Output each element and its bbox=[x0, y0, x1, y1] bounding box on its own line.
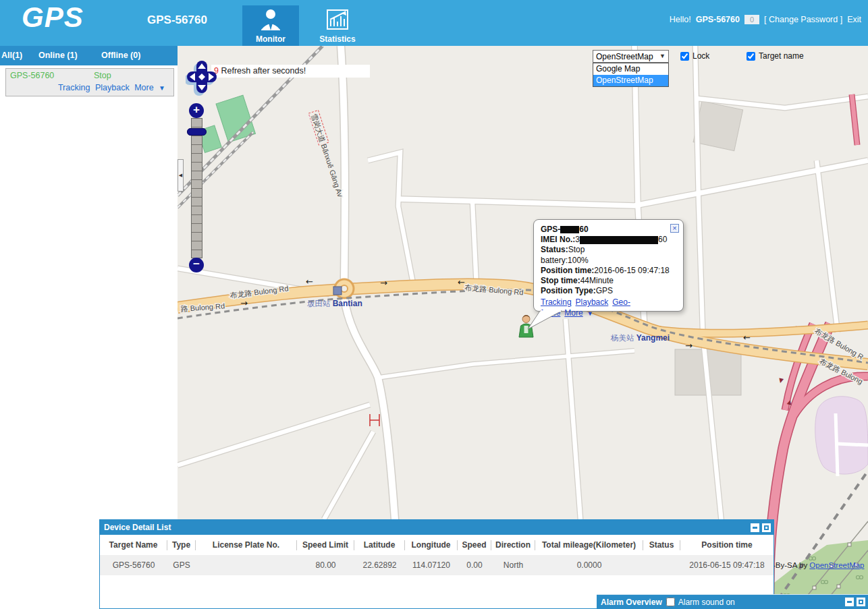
svg-text:雪岗大道 Bǎnxuě Gāng Av: 雪岗大道 Bǎnxuě Gāng Av bbox=[310, 113, 345, 198]
svg-text:←: ← bbox=[458, 277, 465, 287]
pan-control[interactable] bbox=[186, 61, 218, 98]
app-logo: GPS bbox=[22, 1, 84, 34]
tab-statistics-label: Statistics bbox=[309, 34, 366, 44]
device-info-popup: × GPS-60 IMEI No.:360 Status:Stop batter… bbox=[533, 219, 684, 312]
exit-link[interactable]: Exit bbox=[847, 15, 861, 24]
position-type-value: GPS bbox=[596, 286, 613, 295]
header-user-area: Hello! GPS-56760 0 [ Change Password ] E… bbox=[670, 15, 861, 24]
alarm-title: Alarm Overview bbox=[601, 598, 662, 607]
zoom-slider-track[interactable] bbox=[191, 118, 202, 258]
position-time-label: Position time: bbox=[541, 266, 594, 275]
tab-all-devices[interactable]: All(1) bbox=[1, 51, 22, 60]
svg-text:→: → bbox=[380, 278, 387, 288]
gps-tracking-app: GPS GPS-56760 Monitor Statistics Hello! … bbox=[0, 0, 868, 609]
position-time-value: 2016-06-15 09:47:18 bbox=[594, 266, 669, 275]
alarm-sound-checkbox[interactable] bbox=[666, 598, 675, 606]
status-label: Status: bbox=[541, 245, 568, 254]
redaction-box bbox=[560, 226, 579, 233]
redaction-box bbox=[580, 236, 658, 244]
popup-tail bbox=[518, 310, 566, 330]
restore-icon[interactable] bbox=[857, 598, 865, 606]
openstreetmap-link[interactable]: OpenStreetMap bbox=[809, 561, 864, 569]
alarm-overview-bar: Alarm Overview Alarm sound on bbox=[597, 594, 868, 609]
tab-monitor[interactable]: Monitor bbox=[242, 5, 299, 46]
device-name[interactable]: GPS-56760 bbox=[10, 71, 54, 80]
zoom-in-button[interactable]: + bbox=[189, 103, 204, 118]
yangmei-station-label: 杨美站 Yangmei bbox=[610, 333, 670, 343]
hello-label: Hello! bbox=[670, 15, 691, 24]
bridge-symbol bbox=[370, 414, 379, 426]
page-title: GPS-56760 bbox=[147, 13, 207, 27]
target-name-checkbox-row: Target name bbox=[747, 51, 804, 61]
popup-more-link[interactable]: More bbox=[564, 308, 582, 318]
map-layer-select[interactable]: OpenStreetMap ▼ bbox=[593, 50, 669, 63]
popup-tracking-link[interactable]: Tracking bbox=[541, 297, 572, 307]
minimize-icon[interactable] bbox=[845, 598, 854, 606]
bantian-station-label: 坂田站 Bantian bbox=[307, 299, 362, 308]
alarm-sound-label: Alarm sound on bbox=[678, 598, 735, 607]
map-attribution: -By-SA by OpenStreetMap bbox=[773, 561, 865, 569]
target-name-checkbox[interactable] bbox=[747, 52, 755, 61]
position-type-label: Position Type: bbox=[541, 286, 596, 295]
username: GPS-56760 bbox=[696, 15, 740, 24]
message-count-badge[interactable]: 0 bbox=[744, 15, 759, 24]
option-google-map[interactable]: Google Map bbox=[593, 63, 668, 75]
lock-checkbox[interactable] bbox=[680, 52, 689, 61]
popup-playback-link[interactable]: Playback bbox=[576, 297, 609, 307]
device-status: Stop bbox=[94, 71, 111, 80]
svg-text:←: ← bbox=[743, 332, 751, 343]
device-detail-header: Device Detail List bbox=[100, 520, 774, 535]
svg-text:→: → bbox=[685, 341, 693, 351]
sidebar-collapse-arrow-icon[interactable]: ◀ bbox=[178, 159, 184, 192]
option-openstreetmap[interactable]: OpenStreetMap bbox=[593, 75, 668, 86]
stop-time-value: 44Minute bbox=[580, 276, 614, 285]
bantian-station-icon bbox=[333, 287, 342, 295]
battery-label: battery: bbox=[541, 256, 568, 265]
restore-icon[interactable] bbox=[762, 523, 771, 532]
stop-time-label: Stop time: bbox=[541, 276, 580, 285]
tab-online-devices[interactable]: Online (1) bbox=[38, 51, 78, 60]
more-arrow-icon[interactable]: ▼ bbox=[587, 310, 593, 317]
tracking-link[interactable]: Tracking bbox=[58, 83, 90, 92]
refresh-countdown: 9 Refresh after seconds! bbox=[211, 65, 370, 78]
device-filter-tabs: All(1) Online (1) Offline (0) bbox=[0, 46, 178, 65]
svg-text:←: ← bbox=[306, 277, 313, 287]
table-row[interactable]: GPS-56760 GPS 80.00 22.62892 114.07120 0… bbox=[100, 555, 774, 575]
status-value: Stop bbox=[568, 245, 585, 254]
tab-monitor-label: Monitor bbox=[242, 34, 299, 44]
device-list-item[interactable]: GPS-56760 Stop Tracking Playback More ▼ bbox=[5, 68, 174, 96]
tab-offline-devices[interactable]: Offline (0) bbox=[101, 51, 140, 60]
panel-title: Device Detail List bbox=[104, 523, 171, 532]
table-header-row: Target Name Type License Plate No. Speed… bbox=[100, 535, 774, 555]
zoom-out-button[interactable]: − bbox=[189, 258, 204, 272]
tab-statistics[interactable]: Statistics bbox=[309, 5, 366, 46]
header: GPS GPS-56760 Monitor Statistics Hello! … bbox=[0, 0, 868, 46]
imei-label: IMEI No.: bbox=[541, 235, 575, 244]
statistics-chart-icon bbox=[309, 8, 366, 34]
zoom-slider-handle[interactable] bbox=[187, 128, 207, 136]
more-link[interactable]: More bbox=[134, 83, 153, 92]
battery-value: 100% bbox=[568, 256, 589, 265]
monitor-person-icon bbox=[242, 8, 299, 34]
popup-title: GPS- bbox=[541, 225, 560, 234]
chevron-down-icon: ▼ bbox=[659, 53, 666, 59]
playback-link[interactable]: Playback bbox=[95, 83, 130, 92]
minimize-icon[interactable] bbox=[751, 523, 759, 532]
close-icon[interactable]: × bbox=[670, 224, 679, 233]
more-arrow-icon[interactable]: ▼ bbox=[159, 84, 165, 92]
lavender-area bbox=[815, 397, 868, 474]
map-layer-options: Google Map OpenStreetMap bbox=[593, 63, 669, 87]
svg-text:→: → bbox=[240, 298, 248, 308]
lock-checkbox-row: Lock bbox=[680, 51, 709, 61]
svg-text:▼: ▼ bbox=[778, 376, 784, 384]
change-password-link[interactable]: [ Change Password ] bbox=[764, 15, 842, 24]
